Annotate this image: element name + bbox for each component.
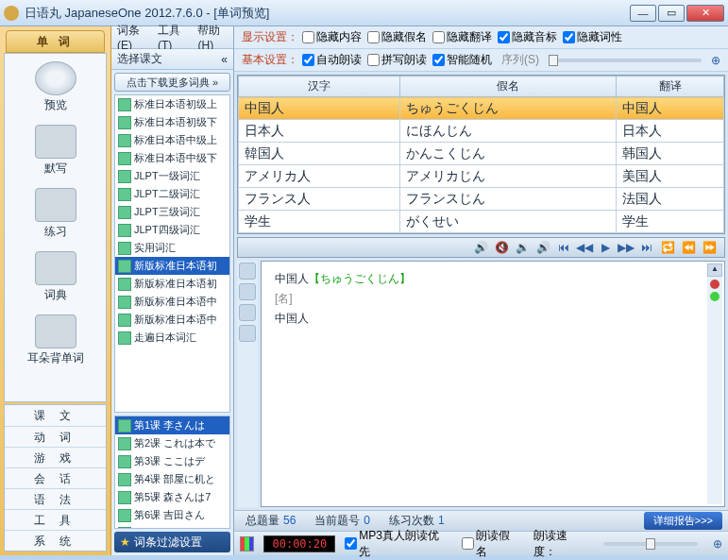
dict-item[interactable]: 走遍日本词汇	[115, 329, 229, 347]
table-header[interactable]: 汉字	[239, 76, 400, 97]
refresh-icon[interactable]	[239, 304, 256, 321]
dict-item[interactable]: 新版标准日本语中	[115, 293, 229, 311]
read-kana-checkbox[interactable]: 朗读假名	[462, 528, 519, 560]
save-icon[interactable]	[239, 263, 256, 280]
menubar: 词条(E) 工具(T) 帮助(H)	[111, 26, 233, 49]
forward-icon[interactable]: ▶▶	[618, 240, 634, 255]
menu-help[interactable]: 帮助(H)	[197, 23, 228, 52]
dict-item[interactable]: 新版标准日本语初	[115, 275, 229, 293]
vol-up-icon[interactable]: 🔊	[535, 240, 550, 255]
setting-checkbox[interactable]: 自动朗读	[302, 52, 362, 68]
sidebar-bottom-2[interactable]: 游 戏	[5, 447, 106, 467]
dict-item[interactable]: JLPT三级词汇	[115, 203, 229, 221]
left-sidebar: 单 词 预览默写练习词典耳朵背单词 课 文动 词游 戏会 话语 法工 具系 统	[0, 26, 111, 555]
lesson-item[interactable]: 第3课 ここはデ	[115, 452, 229, 470]
dict-item[interactable]: 新版标准日本语初	[115, 257, 229, 275]
sidebar-icon-2[interactable]: 练习	[5, 180, 106, 244]
menu-entry[interactable]: 词条(E)	[117, 23, 146, 52]
setting-checkbox[interactable]: 拼写朗读	[367, 52, 427, 68]
prev-track-icon[interactable]: ⏮	[556, 240, 571, 255]
sidebar-bottom-3[interactable]: 会 话	[5, 467, 106, 488]
table-row[interactable]: フランス人フランスじん法国人	[239, 188, 724, 211]
sidebar-icon-3[interactable]: 词典	[5, 244, 106, 307]
detail-scrollbar[interactable]: ▲	[707, 263, 722, 504]
sidebar-icon-4[interactable]: 耳朵背单词	[5, 307, 106, 370]
mp3-checkbox[interactable]: MP3真人朗读优先	[345, 528, 446, 560]
lesson-item[interactable]: 第7课 李さんは毎	[115, 524, 229, 529]
table-row[interactable]: 日本人にほんじん日本人	[239, 120, 724, 143]
setting-checkbox[interactable]: 隐藏词性	[563, 29, 622, 45]
link-icon[interactable]	[239, 325, 256, 342]
dict-item[interactable]: JLPT四级词汇	[115, 221, 229, 239]
dict-item[interactable]: 标准日本语中级下	[115, 149, 229, 167]
dictionary-list: 标准日本语初级上标准日本语初级下标准日本语中级上标准日本语中级下JLPT一级词汇…	[114, 94, 230, 413]
volume-icon[interactable]: 🔊	[473, 240, 488, 255]
lesson-item[interactable]: 第1课 李さんは	[115, 416, 229, 434]
close-button[interactable]: ✕	[686, 5, 724, 22]
sidebar-bottom-1[interactable]: 动 词	[5, 426, 106, 447]
select-lesson-header: 选择课文 «	[111, 49, 233, 70]
dict-item[interactable]: JLPT一级词汇	[115, 167, 229, 185]
table-header[interactable]: 假名	[400, 76, 617, 97]
filter-settings-button[interactable]: ★ 词条过滤设置	[114, 532, 230, 552]
detail-report-button[interactable]: 详细报告>>>	[644, 512, 722, 530]
lesson-item[interactable]: 第5课 森さんは7	[115, 488, 229, 506]
star-icon: ★	[120, 535, 130, 549]
minimize-button[interactable]: —	[630, 5, 656, 22]
table-row[interactable]: アメリカ人アメリカじん美国人	[239, 165, 724, 188]
setting-checkbox[interactable]: 隐藏音标	[498, 29, 557, 45]
sidebar-bottom-0[interactable]: 课 文	[5, 405, 106, 426]
table-row[interactable]: 韓国人かんこくじん韩国人	[239, 143, 724, 165]
speed-slider[interactable]	[603, 542, 698, 546]
sidebar-tab-word[interactable]: 单 词	[6, 30, 105, 53]
sidebar-icon-1[interactable]: 默写	[5, 117, 106, 180]
copy-icon[interactable]	[239, 283, 256, 300]
lesson-list: 第1课 李さんは第2课 これは本で第3课 ここはデ第4课 部屋に机と第5课 森さ…	[114, 416, 230, 529]
sidebar-icon-0[interactable]: 预览	[5, 54, 106, 117]
vol-down-icon[interactable]: 🔉	[515, 240, 530, 255]
setting-checkbox[interactable]: 隐藏假名	[367, 29, 427, 45]
speed-plus-icon[interactable]: ⊕	[713, 537, 722, 551]
app-icon	[4, 6, 19, 21]
lesson-item[interactable]: 第2课 これは本で	[115, 434, 229, 452]
dict-item[interactable]: 标准日本语初级上	[115, 95, 229, 113]
table-row[interactable]: 中国人ちゅうごくじん中国人	[239, 97, 724, 120]
skip-fwd-icon[interactable]: ⏩	[702, 240, 717, 255]
window-title: 日语丸 JapaneseOne 2012.7.6.0 - [单词预览]	[25, 5, 630, 22]
lesson-item[interactable]: 第6课 吉田さん	[115, 506, 229, 524]
color-icon[interactable]	[240, 536, 254, 552]
titlebar: 日语丸 JapaneseOne 2012.7.6.0 - [单词预览] — ▭ …	[0, 0, 728, 26]
bottom-bar: 00:00:20 MP3真人朗读优先 朗读假名 朗读速度： ⊕	[234, 531, 728, 555]
table-header[interactable]: 翻译	[617, 76, 724, 97]
sidebar-bottom-5[interactable]: 工 具	[5, 509, 106, 530]
download-more-button[interactable]: 点击下载更多词典 »	[114, 73, 230, 92]
repeat-icon[interactable]: 🔁	[660, 240, 675, 255]
rewind-icon[interactable]: ◀◀	[577, 240, 592, 255]
play-icon[interactable]: ▶	[598, 240, 613, 255]
maximize-button[interactable]: ▭	[658, 5, 685, 22]
dict-item[interactable]: JLPT二级词汇	[115, 185, 229, 203]
table-row[interactable]: 学生がくせい学生	[239, 211, 724, 233]
dict-item[interactable]: 实用词汇	[115, 239, 229, 257]
dict-item[interactable]: 标准日本语初级下	[115, 113, 229, 131]
sidebar-bottom-4[interactable]: 语 法	[5, 488, 106, 509]
mute-icon[interactable]: 🔇	[494, 240, 509, 255]
lesson-item[interactable]: 第4课 部屋に机と	[115, 470, 229, 488]
display-settings-row: 显示设置： 隐藏内容隐藏假名隐藏翻译隐藏音标隐藏词性	[234, 26, 728, 49]
setting-checkbox[interactable]: 隐藏翻译	[432, 29, 492, 45]
next-track-icon[interactable]: ⏭	[639, 240, 654, 255]
sidebar-bottom-6[interactable]: 系 统	[5, 530, 106, 551]
player-toolbar: 🔊 🔇 🔉 🔊 ⏮ ◀◀ ▶ ▶▶ ⏭ 🔁 ⏪ ⏩	[237, 237, 725, 258]
skip-back-icon[interactable]: ⏪	[681, 240, 696, 255]
dict-item[interactable]: 新版标准日本语中	[115, 311, 229, 329]
setting-checkbox[interactable]: 智能随机	[432, 52, 492, 68]
collapse-icon[interactable]: «	[221, 53, 228, 66]
basic-settings-row: 基本设置： 自动朗读拼写朗读智能随机 序列(S) ⊕	[234, 49, 728, 72]
right-panel: 显示设置： 隐藏内容隐藏假名隐藏翻译隐藏音标隐藏词性 基本设置： 自动朗读拼写朗…	[234, 26, 728, 555]
menu-tool[interactable]: 工具(T)	[158, 23, 186, 52]
timer-display: 00:00:20	[263, 535, 335, 552]
sequence-slider[interactable]	[549, 59, 702, 62]
dict-item[interactable]: 标准日本语中级上	[115, 131, 229, 149]
setting-checkbox[interactable]: 隐藏内容	[302, 29, 362, 45]
slider-plus-icon[interactable]: ⊕	[711, 54, 720, 67]
